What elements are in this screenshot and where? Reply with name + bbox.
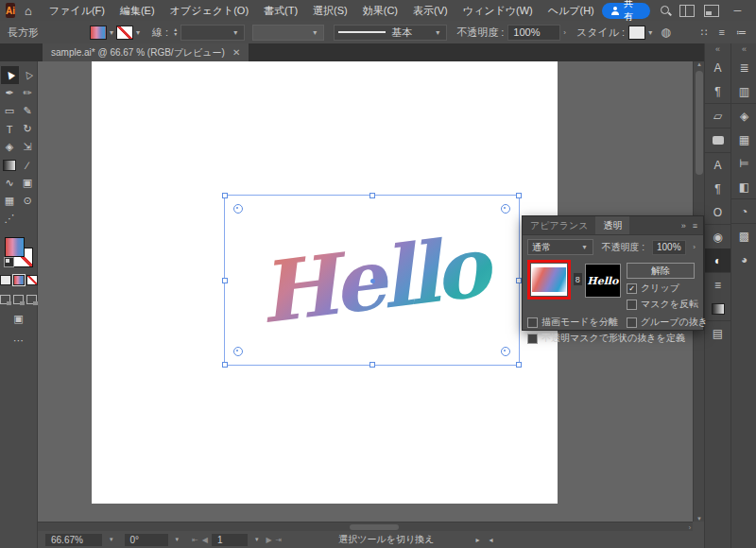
opacity-mask-knockout-checkbox[interactable] — [527, 334, 538, 344]
opacity-field[interactable]: 100% — [507, 25, 560, 41]
first-artboard-icon[interactable]: ⇤ — [192, 536, 198, 544]
opacity-mask-knockout-checkbox-row[interactable]: 不透明マスクで形状の抜きを定義 — [527, 332, 685, 345]
clip-checkbox-row[interactable]: ✓ クリップ — [627, 282, 698, 295]
properties-panel-icon[interactable]: ≣ — [731, 56, 756, 79]
panel-collapse-icon[interactable]: » — [681, 221, 686, 231]
artboard-number-field[interactable]: 1 — [212, 534, 248, 546]
handle-bottom-left[interactable] — [222, 362, 228, 368]
status-expand-left-icon[interactable]: ◂ — [489, 536, 492, 544]
draw-inside-icon[interactable] — [26, 295, 37, 304]
default-fill-stroke-icon[interactable] — [4, 257, 14, 267]
rectangle-tool[interactable]: ▭ — [1, 102, 19, 120]
isolate-blending-checkbox-row[interactable]: 描画モードを分離 — [527, 316, 618, 329]
color-guide-panel-icon[interactable]: ◔ — [731, 199, 756, 223]
stroke-weight-dropdown[interactable]: ▾ — [180, 25, 245, 41]
opentype-panel-icon[interactable]: O — [705, 200, 730, 224]
panel-menu-icon[interactable]: ≡ — [693, 221, 697, 231]
character-panel-icon[interactable]: A — [705, 153, 730, 177]
tab-appearance[interactable]: アピアランス — [523, 216, 595, 234]
transparency-panel-icon[interactable]: ◐ — [705, 248, 730, 272]
screen-mode-icon[interactable]: ▣ — [13, 313, 23, 325]
rotate-indicator-bottom-left[interactable] — [233, 347, 243, 356]
color-button[interactable] — [0, 275, 11, 285]
swatches-panel-icon[interactable]: ▩ — [731, 224, 756, 248]
stroke-panel-icon[interactable]: ≡ — [705, 273, 730, 297]
paintbrush-tool[interactable]: ✎ — [19, 102, 37, 120]
menu-effect[interactable]: 効果(C) — [355, 0, 405, 21]
symbol-tool[interactable]: ▣ — [19, 174, 37, 192]
arrange-documents-icon[interactable] — [679, 5, 695, 17]
tab-transparency[interactable]: 透明 — [595, 216, 629, 234]
fill-chevron-icon[interactable]: ▾ — [110, 28, 113, 37]
handle-bottom-right[interactable] — [516, 362, 522, 368]
menu-edit[interactable]: 編集(E) — [112, 0, 163, 21]
draw-normal-icon[interactable] — [0, 295, 10, 304]
gradient-tool[interactable] — [1, 156, 19, 174]
rotate-tool[interactable]: ↻ — [19, 120, 37, 138]
menu-file[interactable]: ファイル(F) — [42, 0, 112, 21]
invert-mask-checkbox-row[interactable]: マスクを反転 — [627, 298, 698, 311]
pen-tool[interactable]: ✒ — [1, 84, 19, 102]
comments-panel-icon[interactable] — [705, 128, 730, 152]
knockout-group-checkbox-row[interactable]: グループの抜き — [627, 316, 708, 329]
rotate-indicator-bottom-right[interactable] — [501, 347, 510, 356]
zoom-dropdown-icon[interactable]: ▾ — [106, 536, 117, 543]
vertical-scroll-thumb[interactable] — [696, 71, 703, 175]
rotation-dropdown-icon[interactable]: ▾ — [172, 536, 183, 543]
shear-tool[interactable]: ⋰ — [1, 210, 19, 228]
stroke-swatch[interactable] — [116, 26, 133, 40]
align-panel-icon[interactable]: ⊨ — [731, 151, 756, 175]
home-icon[interactable]: ⌂ — [21, 4, 42, 18]
artboard-tool[interactable]: ▦ — [1, 192, 19, 210]
draw-behind-icon[interactable] — [13, 295, 24, 304]
libraries-panel-icon[interactable]: ▤ — [705, 321, 730, 345]
handle-top-center[interactable] — [369, 193, 375, 198]
menu-window[interactable]: ウィンドウ(W) — [455, 0, 541, 21]
pathfinder-panel-icon[interactable]: ◧ — [731, 175, 756, 198]
fill-indicator[interactable] — [5, 237, 25, 257]
handle-top-left[interactable] — [222, 193, 228, 198]
workspace-switcher-icon[interactable] — [704, 5, 719, 17]
panel-opacity-field[interactable]: 100% — [652, 240, 686, 255]
previous-artboard-icon[interactable]: ◀ — [202, 536, 208, 544]
menu-select[interactable]: 選択(S) — [305, 0, 355, 21]
scroll-right-icon[interactable]: › — [689, 524, 693, 531]
hello-text[interactable]: Hello — [253, 216, 500, 343]
document-tab[interactable]: sample.ai* @ 66.67 % (RGB/プレビュー) ✕ — [43, 43, 249, 61]
handle-bottom-center[interactable] — [369, 362, 375, 368]
none-button[interactable] — [26, 275, 38, 285]
blend-mode-dropdown[interactable]: 通常 ▾ — [527, 239, 593, 255]
curvature-tool[interactable]: ✏ — [19, 84, 37, 102]
zoom-tool[interactable]: ⊙ — [19, 192, 37, 210]
release-button[interactable]: 解除 — [627, 263, 695, 279]
clip-checkbox[interactable]: ✓ — [627, 283, 637, 294]
appearance-panel-icon[interactable]: ◉ — [705, 225, 730, 248]
next-artboard-icon[interactable]: ▶ — [266, 536, 271, 544]
menu-type[interactable]: 書式(T) — [256, 0, 305, 21]
illustrator-logo-icon[interactable]: Ai — [6, 3, 15, 18]
stroke-style-dropdown[interactable]: 基本 ▾ — [334, 25, 447, 41]
zoom-level-field[interactable]: 66.67% — [45, 534, 102, 546]
type-tool[interactable]: T — [1, 120, 19, 138]
style-swatch[interactable] — [628, 26, 645, 40]
transform-panel-icon[interactable]: ▦ — [731, 128, 756, 151]
last-artboard-icon[interactable]: ⇥ — [276, 536, 283, 544]
selection-bounding-box[interactable]: Hello — [224, 195, 520, 366]
knockout-group-checkbox[interactable] — [627, 317, 637, 328]
mask-thumbnail[interactable]: Hello — [585, 264, 621, 298]
paragraph-panel-icon[interactable]: ¶ — [705, 177, 730, 200]
rotate-indicator-top-right[interactable] — [501, 204, 510, 214]
handle-top-right[interactable] — [516, 193, 522, 198]
handle-middle-left[interactable] — [222, 278, 228, 283]
knife-tool[interactable]: ∕ — [19, 156, 37, 174]
layers-panel-icon[interactable]: ◈ — [731, 104, 756, 128]
rotation-field[interactable]: 0° — [125, 534, 168, 546]
stepper-down-icon[interactable]: ▾ — [174, 32, 177, 37]
invert-mask-checkbox[interactable] — [627, 300, 637, 310]
width-tool[interactable]: ∿ — [1, 174, 19, 192]
rotate-indicator-top-left[interactable] — [233, 204, 243, 214]
list-options-icon[interactable]: ≔ — [736, 26, 747, 39]
tab-close-icon[interactable]: ✕ — [232, 47, 240, 58]
share-button[interactable]: 共有 — [602, 3, 651, 19]
artboard-dropdown-icon[interactable]: ▾ — [251, 536, 263, 543]
